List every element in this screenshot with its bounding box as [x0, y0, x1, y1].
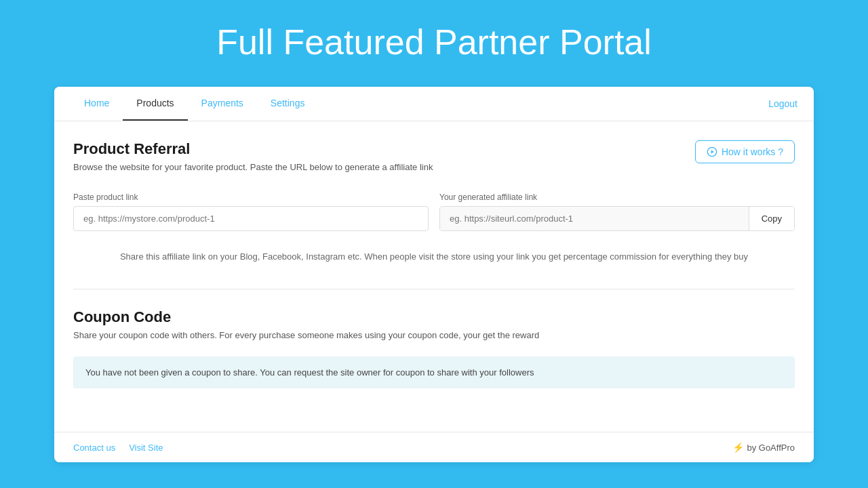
footer: Contact us Visit Site ⚡ by GoAffPro — [54, 432, 814, 462]
affiliate-link-label: Your generated affiliate link — [439, 192, 795, 202]
section-divider — [73, 289, 795, 289]
tab-settings[interactable]: Settings — [257, 87, 319, 121]
input-row: Paste product link Your generated affili… — [73, 192, 795, 231]
how-it-works-button[interactable]: How it works ? — [695, 140, 795, 163]
nav-bar: Home Products Payments Settings Logout — [54, 87, 814, 121]
affiliate-link-group: Your generated affiliate link Copy — [439, 192, 795, 231]
coupon-code-desc: Share your coupon code with others. For … — [73, 330, 795, 340]
copy-button[interactable]: Copy — [749, 207, 794, 230]
coupon-code-section: Coupon Code Share your coupon code with … — [73, 308, 795, 389]
hero-title: Full Featured Partner Portal — [203, 0, 665, 87]
product-referral-section: Product Referral Browse the website for … — [73, 140, 795, 270]
affiliate-link-input[interactable] — [440, 207, 749, 230]
lightning-icon: ⚡ — [732, 442, 744, 453]
coupon-code-title: Coupon Code — [73, 308, 795, 326]
contact-us-link[interactable]: Contact us — [73, 443, 115, 453]
svg-marker-1 — [711, 150, 714, 153]
product-referral-title: Product Referral — [73, 140, 433, 158]
main-content: Product Referral Browse the website for … — [54, 121, 814, 432]
paste-link-group: Paste product link — [73, 192, 429, 231]
coupon-notice: You have not been given a coupon to shar… — [73, 357, 795, 389]
play-circle-icon — [707, 146, 717, 157]
share-info-text: Share this affiliate link on your Blog, … — [73, 245, 795, 270]
footer-links: Contact us Visit Site — [73, 443, 163, 453]
portal-container: Home Products Payments Settings Logout P… — [54, 87, 814, 462]
product-referral-desc: Browse the website for your favorite pro… — [73, 162, 433, 172]
visit-site-link[interactable]: Visit Site — [129, 443, 163, 453]
paste-link-label: Paste product link — [73, 192, 429, 202]
brand-label: by GoAffPro — [747, 443, 795, 453]
how-it-works-label: How it works ? — [722, 146, 783, 157]
affiliate-input-wrapper: Copy — [439, 206, 795, 231]
footer-brand: ⚡ by GoAffPro — [732, 442, 795, 453]
product-referral-header: Product Referral Browse the website for … — [73, 140, 795, 188]
tab-payments[interactable]: Payments — [188, 87, 257, 121]
nav-tabs: Home Products Payments Settings — [71, 87, 768, 121]
paste-link-input[interactable] — [73, 206, 429, 231]
tab-home[interactable]: Home — [71, 87, 123, 121]
logout-button[interactable]: Logout — [768, 93, 797, 115]
tab-products[interactable]: Products — [123, 87, 187, 121]
